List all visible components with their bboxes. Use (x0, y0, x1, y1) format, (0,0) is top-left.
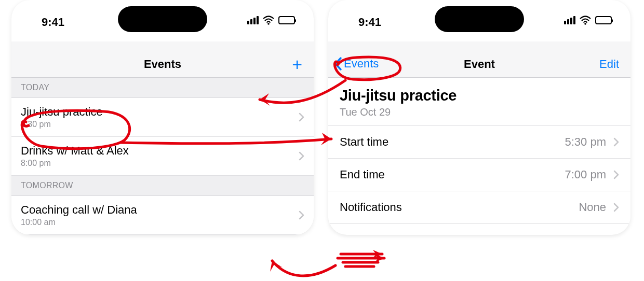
chevron-right-icon (299, 151, 304, 161)
add-button[interactable]: + (292, 59, 302, 71)
phone-detail-screen: 9:41 Events Event Edit Jiu-jitsu practic… (328, 0, 630, 235)
end-time-row[interactable]: End time 7:00 pm (328, 159, 630, 191)
nav-title: Events (11, 58, 314, 71)
chevron-right-icon (613, 170, 619, 179)
event-row[interactable]: Jiu-jitsu practice 5:30 pm (11, 98, 314, 137)
status-time: 9:41 (358, 16, 381, 29)
start-time-row[interactable]: Start time 5:30 pm (328, 126, 630, 159)
svg-point-0 (267, 23, 270, 25)
wifi-icon (263, 16, 274, 25)
row-value: None (579, 201, 606, 214)
event-time: 10:00 am (21, 218, 299, 227)
status-icons (247, 16, 295, 25)
battery-icon (278, 16, 295, 24)
battery-icon (595, 16, 612, 24)
chevron-right-icon (613, 203, 619, 212)
row-label: End time (340, 168, 565, 181)
wifi-icon (580, 16, 591, 25)
nav-title: Event (328, 58, 630, 71)
event-title: Coaching call w/ Diana (21, 203, 299, 217)
event-time: 5:30 pm (21, 120, 299, 129)
chevron-right-icon (613, 137, 619, 147)
row-label: Start time (340, 135, 565, 149)
detail-title: Jiu-jitsu practice (340, 87, 619, 104)
event-time: 8:00 pm (21, 159, 299, 168)
chevron-right-icon (299, 113, 304, 122)
svg-point-1 (584, 23, 586, 25)
edit-button[interactable]: Edit (599, 58, 619, 71)
row-value: 5:30 pm (565, 135, 607, 149)
notifications-row[interactable]: Notifications None (328, 191, 630, 224)
status-bar: 9:41 (11, 0, 314, 27)
event-row[interactable]: Coaching call w/ Diana 10:00 am (11, 196, 314, 235)
detail-date: Tue Oct 29 (340, 106, 619, 118)
event-row[interactable]: Drinks w/ Matt & Alex 8:00 pm (11, 137, 314, 176)
row-value: 7:00 pm (565, 168, 607, 181)
chevron-right-icon (299, 210, 304, 220)
section-header-tomorrow: TOMORROW (11, 176, 314, 196)
section-header-today: TODAY (11, 78, 314, 98)
signal-icon (247, 16, 259, 24)
event-detail-header: Jiu-jitsu practice Tue Oct 29 (328, 78, 630, 126)
dynamic-island (435, 6, 524, 32)
dynamic-island (118, 6, 207, 32)
event-title: Drinks w/ Matt & Alex (21, 144, 299, 158)
status-icons (564, 16, 612, 25)
status-time: 9:41 (42, 16, 64, 29)
phone-list-screen: 9:41 Events + TODAY Jiu-jitsu practice 5… (11, 0, 314, 235)
row-label: Notifications (340, 201, 579, 214)
nav-bar: Events Event Edit (328, 41, 630, 78)
signal-icon (564, 16, 575, 24)
event-title: Jiu-jitsu practice (21, 105, 299, 119)
status-bar: 9:41 (328, 0, 630, 27)
nav-bar: Events + (11, 41, 314, 78)
